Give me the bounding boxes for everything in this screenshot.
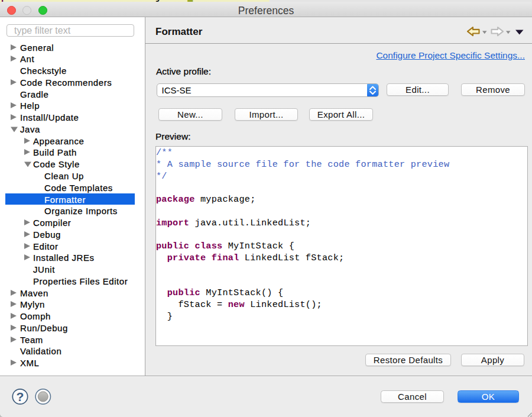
svg-text:?: ? <box>17 390 24 403</box>
